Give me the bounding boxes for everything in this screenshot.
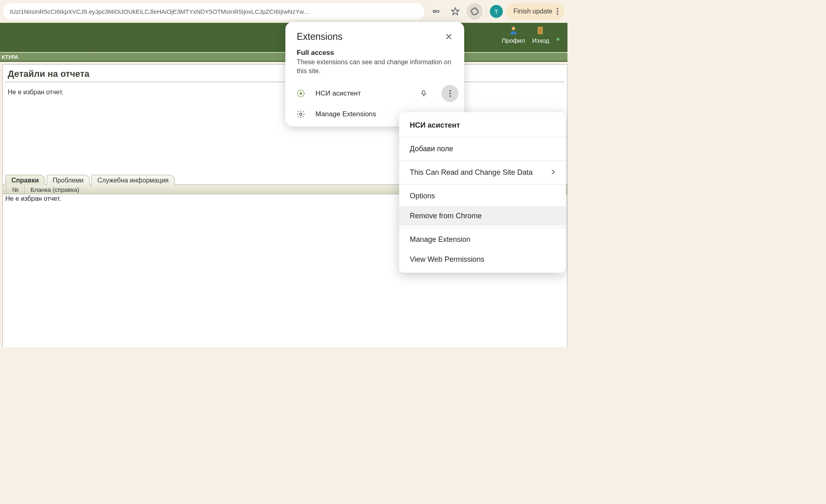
svg-point-14 xyxy=(449,90,451,91)
svg-point-0 xyxy=(433,10,436,13)
ctx-separator xyxy=(399,228,566,228)
ctx-separator xyxy=(399,184,566,185)
extensions-section-label: Full access xyxy=(285,46,464,58)
ctx-add-field[interactable]: Добави поле xyxy=(399,139,566,159)
address-bar[interactable]: IUzI1NiIsInR5cCI6IkpXVCJ9.eyJpc3MiOiJOUk… xyxy=(3,3,424,20)
extensions-close-button[interactable] xyxy=(442,30,455,43)
ctx-label: This Can Read and Change Site Data xyxy=(410,168,533,177)
exit-label: Изход xyxy=(532,37,549,44)
app-header: Профил Изход xyxy=(0,23,567,52)
gear-icon xyxy=(295,109,306,120)
finish-update-button[interactable]: Finish update xyxy=(506,3,564,20)
bookmark-star-icon[interactable] xyxy=(447,3,463,20)
svg-rect-8 xyxy=(539,28,542,33)
details-message: Не е избран отчет. xyxy=(3,87,567,98)
ctx-separator xyxy=(399,137,566,137)
tab-label: Проблеми xyxy=(53,177,84,184)
avatar-letter: T xyxy=(494,8,498,15)
more-vert-icon xyxy=(449,90,451,97)
ctx-title: НСИ асистент xyxy=(399,115,566,135)
svg-marker-2 xyxy=(452,8,459,15)
svg-point-5 xyxy=(557,13,559,15)
extensions-section-desc: These extensions can see and change info… xyxy=(285,58,464,82)
extensions-popup: Extensions Full access These extensions … xyxy=(285,22,464,126)
svg-rect-1 xyxy=(436,11,439,12)
ctx-options[interactable]: Options xyxy=(399,186,566,206)
ctx-title-label: НСИ асистент xyxy=(410,121,460,130)
tab-spravki[interactable]: Справки xyxy=(5,175,45,185)
browser-toolbar: IUzI1NiIsInR5cCI6IkpXVCJ9.eyJpc3MiOiJOUk… xyxy=(0,0,567,23)
pin-button[interactable] xyxy=(415,85,433,102)
svg-point-12 xyxy=(300,92,302,95)
header-exit-link[interactable]: Изход xyxy=(532,26,549,44)
header-profile-link[interactable]: Профил xyxy=(502,26,525,44)
extension-context-menu: НСИ асистент Добави поле This Can Read a… xyxy=(399,112,566,273)
close-icon xyxy=(446,33,452,40)
svg-point-4 xyxy=(557,11,559,12)
url-text: IUzI1NiIsInR5cCI6IkpXVCJ9.eyJpc3MiOiJOUk… xyxy=(10,8,310,15)
ctx-label: Добави поле xyxy=(410,145,453,153)
ctx-label: Remove from Chrome xyxy=(410,212,482,220)
extensions-popup-title: Extensions xyxy=(297,31,343,42)
tab-sluzhebna[interactable]: Служебна информация xyxy=(91,175,175,185)
svg-point-6 xyxy=(512,27,515,30)
svg-point-3 xyxy=(557,8,559,10)
profile-avatar[interactable]: T xyxy=(490,5,503,18)
extension-icon xyxy=(295,88,306,99)
ctx-site-data[interactable]: This Can Read and Change Site Data xyxy=(399,163,566,182)
ctx-separator xyxy=(399,161,566,161)
site-settings-icon[interactable] xyxy=(428,3,444,20)
ctx-label: View Web Permissions xyxy=(410,255,484,264)
extensions-icon[interactable] xyxy=(467,3,483,20)
pin-icon xyxy=(420,90,428,97)
nav-label: КТУРА xyxy=(2,54,18,60)
user-icon xyxy=(509,26,518,35)
door-icon xyxy=(536,26,546,35)
ctx-manage[interactable]: Manage Extension xyxy=(399,230,566,250)
chevron-right-icon xyxy=(551,168,555,177)
more-vert-icon xyxy=(556,8,559,15)
svg-point-17 xyxy=(300,113,302,115)
finish-update-label: Finish update xyxy=(513,8,552,15)
tab-label: Служебна информация xyxy=(98,177,169,184)
tab-problemi[interactable]: Проблеми xyxy=(47,175,90,185)
profile-label: Профил xyxy=(502,37,525,44)
extension-name: НСИ асистент xyxy=(315,89,406,98)
ctx-label: Options xyxy=(410,192,435,200)
svg-point-16 xyxy=(449,95,451,97)
nav-strip: КТУРА xyxy=(0,53,567,62)
extension-more-button[interactable] xyxy=(441,85,459,102)
details-title: Детайли на отчета xyxy=(3,65,567,82)
separator xyxy=(486,6,487,17)
extension-item-row[interactable]: НСИ асистент xyxy=(285,82,464,105)
svg-point-15 xyxy=(449,93,451,94)
ctx-view-perms[interactable]: View Web Permissions xyxy=(399,250,566,269)
details-hr xyxy=(5,82,565,82)
col-no: № xyxy=(6,185,25,194)
online-indicator xyxy=(556,38,559,41)
manage-extensions-label: Manage Extensions xyxy=(315,110,376,118)
ctx-label: Manage Extension xyxy=(410,235,470,244)
tab-label: Справки xyxy=(11,177,39,184)
ctx-remove[interactable]: Remove from Chrome xyxy=(399,206,566,226)
